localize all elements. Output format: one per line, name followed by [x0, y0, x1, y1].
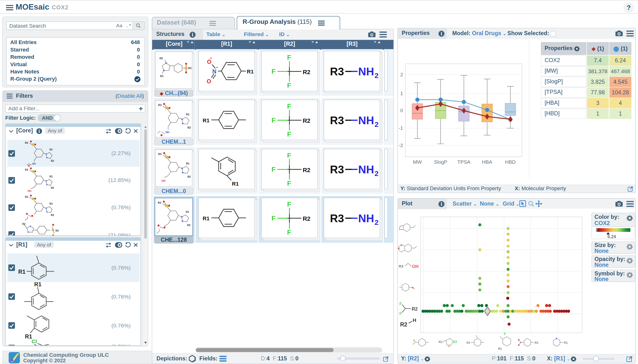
- svg-text:O: O: [207, 78, 211, 84]
- svg-text:R2: R2: [160, 57, 163, 60]
- svg-text:HBD: HBD: [505, 159, 516, 165]
- svg-text:R2: R2: [187, 126, 191, 129]
- svg-text:R1: R1: [247, 68, 254, 75]
- svg-text:R3: R3: [158, 104, 162, 106]
- svg-text:R2: R2: [399, 264, 403, 268]
- svg-text:R1: R1: [535, 341, 538, 344]
- svg-text:2: 2: [400, 72, 403, 77]
- svg-text:R2: R2: [187, 224, 191, 226]
- svg-text:R1: R1: [564, 341, 568, 344]
- svg-text:2: 2: [374, 120, 379, 128]
- svg-text:F: F: [271, 166, 276, 173]
- svg-text:F: F: [399, 311, 402, 316]
- svg-text:F: F: [287, 130, 291, 138]
- svg-text:Cl: Cl: [453, 340, 457, 344]
- svg-text:R1: R1: [160, 75, 164, 78]
- svg-text:-1: -1: [399, 125, 403, 131]
- svg-text:F: F: [271, 116, 276, 124]
- svg-text:R1: R1: [232, 181, 239, 187]
- svg-text:OH: OH: [412, 264, 419, 269]
- svg-text:R1: R1: [203, 216, 210, 222]
- svg-text:R3: R3: [25, 168, 28, 171]
- svg-text:R2: R2: [412, 306, 418, 312]
- svg-text:S: S: [413, 338, 415, 342]
- svg-text:R2: R2: [303, 216, 310, 222]
- svg-text:NH: NH: [166, 131, 169, 134]
- svg-text:2: 2: [374, 72, 379, 80]
- svg-text:TPSA: TPSA: [457, 159, 470, 165]
- svg-text:-2: -2: [399, 142, 403, 148]
- svg-text:S: S: [448, 344, 450, 348]
- svg-text:F: F: [287, 180, 291, 187]
- svg-text:R3: R3: [188, 67, 192, 70]
- svg-text:R3: R3: [158, 153, 162, 156]
- svg-text:R3: R3: [25, 196, 28, 198]
- svg-text:R1: R1: [18, 269, 26, 275]
- svg-text:R1: R1: [466, 341, 470, 344]
- svg-text:F: F: [271, 68, 276, 75]
- svg-text:R1: R1: [186, 113, 190, 116]
- svg-text:R3: R3: [330, 164, 344, 176]
- svg-text:R3: R3: [330, 114, 344, 127]
- svg-text:2: 2: [374, 218, 379, 226]
- svg-text:R1: R1: [439, 340, 442, 344]
- svg-text:R3: R3: [158, 201, 161, 204]
- svg-text:R3: R3: [330, 212, 344, 224]
- svg-text:R1: R1: [34, 282, 42, 288]
- svg-text:NH: NH: [358, 212, 374, 224]
- svg-text:R2: R2: [303, 167, 310, 173]
- svg-text:F: F: [287, 152, 291, 159]
- svg-text:F: F: [287, 200, 291, 208]
- svg-text:R1: R1: [203, 118, 210, 124]
- svg-text:R2: R2: [400, 322, 407, 328]
- svg-text:0: 0: [400, 108, 403, 113]
- svg-text:F: F: [287, 54, 291, 61]
- svg-text:O: O: [207, 59, 212, 65]
- svg-text:MW: MW: [413, 159, 422, 165]
- svg-text:R1: R1: [50, 175, 53, 178]
- svg-text:F: F: [399, 302, 402, 306]
- svg-text:R1: R1: [186, 210, 189, 213]
- svg-text:R2: R2: [51, 160, 54, 162]
- svg-text:R2: R2: [22, 223, 25, 225]
- svg-text:R1: R1: [50, 202, 53, 205]
- svg-text:F: F: [271, 214, 276, 222]
- svg-text:OH: OH: [162, 179, 166, 182]
- svg-text:R3: R3: [55, 230, 59, 232]
- svg-text:2: 2: [374, 170, 379, 178]
- svg-text:NH: NH: [358, 114, 374, 127]
- svg-text:NH: NH: [358, 66, 374, 78]
- svg-text:F: F: [287, 82, 291, 89]
- svg-text:NH: NH: [358, 164, 374, 176]
- svg-text:R3: R3: [330, 66, 344, 78]
- svg-text:F: F: [287, 228, 291, 236]
- svg-text:HBA: HBA: [482, 159, 492, 165]
- svg-text:R1: R1: [50, 148, 53, 151]
- svg-text:R2: R2: [303, 69, 310, 75]
- svg-text:Cl: Cl: [32, 340, 37, 345]
- svg-text:F: F: [287, 102, 291, 110]
- svg-text:R3: R3: [25, 142, 28, 144]
- svg-text:N: N: [212, 68, 217, 75]
- svg-text:F: F: [504, 332, 506, 336]
- svg-text:R2: R2: [187, 175, 191, 178]
- svg-text:R1: R1: [186, 162, 190, 165]
- svg-text:1: 1: [400, 90, 403, 96]
- svg-text:R2: R2: [51, 186, 54, 189]
- svg-text:NH: NH: [32, 162, 36, 165]
- svg-text:OH: OH: [28, 190, 32, 192]
- svg-text:H: H: [413, 317, 416, 323]
- svg-text:R1: R1: [498, 347, 502, 350]
- svg-text:R1: R1: [25, 334, 32, 340]
- svg-text:R2: R2: [51, 214, 54, 216]
- svg-text:R2: R2: [303, 118, 310, 124]
- svg-text:SlogP: SlogP: [434, 159, 447, 165]
